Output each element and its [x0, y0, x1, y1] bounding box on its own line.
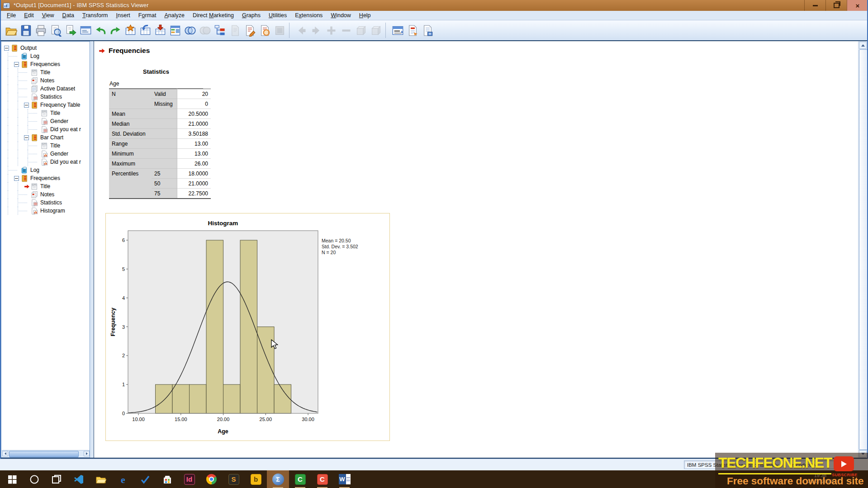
scroll-left-button[interactable]	[2, 451, 8, 456]
menu-graphs[interactable]: Graphs	[238, 11, 265, 19]
goto-variable-button[interactable]	[138, 22, 153, 39]
collapse-toggle[interactable]	[24, 135, 29, 140]
print-preview-button[interactable]	[48, 22, 63, 39]
tree-connector	[34, 109, 41, 117]
tree-item-gender[interactable]: Gender	[2, 150, 90, 158]
menu-window[interactable]: Window	[327, 11, 355, 19]
taskbar-microsoft-store-button[interactable]	[156, 470, 178, 488]
menu-utilities[interactable]: Utilities	[265, 11, 291, 19]
taskbar-chrome-button[interactable]	[200, 470, 223, 488]
tree-item-notes[interactable]: Notes	[2, 190, 90, 199]
open-data-button[interactable]	[4, 22, 19, 39]
taskbar-todo-check-button[interactable]	[134, 470, 156, 488]
tree-item-frequencies[interactable]: Frequencies	[2, 60, 90, 68]
menu-view[interactable]: View	[38, 11, 58, 19]
tree-item-title[interactable]: Title	[2, 68, 90, 76]
menu-data[interactable]: Data	[58, 11, 78, 19]
export-output-button[interactable]	[63, 22, 78, 39]
menu-extensions[interactable]: Extensions	[291, 11, 327, 19]
tree-item-output[interactable]: Output	[2, 44, 90, 52]
menu-transform[interactable]: Transform	[78, 11, 112, 19]
output-vertical-scrollbar[interactable]	[858, 41, 867, 458]
menu-edit[interactable]: Edit	[20, 11, 38, 19]
tree-item-frequencies[interactable]: Frequencies	[2, 174, 90, 182]
collapse-toggle[interactable]	[14, 176, 19, 181]
taskbar-spss-button[interactable]: Σ	[267, 470, 289, 488]
save-document-button[interactable]	[19, 22, 33, 39]
tree-item-histogram[interactable]: Histogram	[2, 207, 90, 215]
taskbar-bing-button[interactable]: b	[245, 470, 267, 488]
vertical-scroll-thumb[interactable]	[859, 49, 868, 450]
camtasia-recorder-icon: C	[317, 474, 328, 485]
variables-button[interactable]	[153, 22, 168, 39]
insert-chart-button[interactable]	[257, 22, 272, 39]
insert-new-text-button[interactable]	[420, 22, 435, 39]
close-button[interactable]: ×	[847, 0, 868, 11]
tree-item-log[interactable]: Log	[2, 52, 90, 60]
taskbar-file-explorer-button[interactable]	[90, 470, 112, 488]
menu-direct-marketing[interactable]: Direct Marketing	[189, 11, 238, 19]
tree-guide	[4, 190, 14, 199]
tree-item-statistics[interactable]: Statistics	[2, 199, 90, 207]
statistics-output[interactable]: Statistics Age NValid20Missing0Mean20.50…	[109, 68, 203, 199]
goto-case-button[interactable]	[123, 22, 138, 39]
tree-item-active-dataset[interactable]: Active Dataset	[2, 85, 90, 93]
taskbar-camtasia-button[interactable]: C	[289, 470, 311, 488]
taskbar-sublime-text-button[interactable]: S	[223, 470, 245, 488]
menu-analyze[interactable]: Analyze	[160, 11, 188, 19]
collapse-toggle[interactable]	[4, 46, 9, 51]
tree-item-notes[interactable]: Notes	[2, 76, 90, 85]
menu-file[interactable]: File	[3, 11, 20, 19]
tree-item-did-you-eat-r[interactable]: Did you eat r	[2, 158, 90, 166]
insert-heading-button[interactable]	[390, 22, 405, 39]
minimize-icon	[813, 5, 818, 6]
taskbar-indesign-button[interactable]: Id	[178, 470, 200, 488]
outline-horizontal-scrollbar[interactable]	[2, 450, 90, 457]
insert-new-title-button[interactable]	[405, 22, 420, 39]
taskbar-camtasia-recorder-button[interactable]: C	[311, 470, 333, 488]
taskbar-word-button[interactable]: W	[333, 470, 356, 488]
menu-insert[interactable]: Insert	[112, 11, 134, 19]
use-variable-sets-button[interactable]	[213, 22, 228, 39]
minimize-button[interactable]	[804, 0, 825, 11]
tree-item-did-you-eat-r[interactable]: Did you eat r	[2, 125, 90, 133]
tree-item-title[interactable]: Title	[2, 109, 90, 117]
collapse-toggle[interactable]	[14, 62, 19, 67]
tree-item-statistics[interactable]: Statistics	[2, 93, 90, 101]
tree-guide	[4, 117, 14, 125]
stat-value: 22.7500	[177, 189, 211, 199]
menu-format[interactable]: Format	[134, 11, 161, 19]
watermark-underline	[718, 473, 831, 474]
tree-item-title[interactable]: Title	[2, 182, 90, 190]
output-heading[interactable]: Frequencies	[99, 47, 150, 55]
taskbar-task-view-button[interactable]	[45, 470, 67, 488]
maximize-button[interactable]	[825, 0, 847, 11]
scroll-up-button[interactable]	[859, 42, 867, 49]
print-button[interactable]	[33, 22, 48, 39]
taskbar-vscode-button[interactable]	[67, 470, 90, 488]
pane-splitter[interactable]	[90, 41, 94, 458]
designate-window-button	[272, 22, 287, 39]
run-descriptives-button[interactable]	[168, 22, 183, 39]
stats-row: Median21.0000	[109, 119, 211, 129]
tree-item-bar-chart[interactable]: Bar Chart	[2, 133, 90, 142]
taskbar-start-button[interactable]	[1, 470, 23, 488]
tree-item-frequency-table[interactable]: Frequency Table	[2, 101, 90, 109]
scroll-right-button[interactable]	[84, 451, 90, 456]
undo-button[interactable]	[93, 22, 108, 39]
menu-help[interactable]: Help	[355, 11, 375, 19]
edit-output-button[interactable]	[242, 22, 257, 39]
histogram-output[interactable]: 012345610.0015.0020.0025.0030.00Histogra…	[105, 213, 390, 441]
select-cases-button[interactable]	[183, 22, 198, 39]
tree-item-log[interactable]: Log	[2, 166, 90, 174]
recall-dialogs-button[interactable]	[78, 22, 93, 39]
collapse-toggle[interactable]	[24, 103, 29, 108]
tree-connector	[34, 117, 41, 125]
taskbar-edge-button[interactable]: e	[112, 470, 134, 488]
redo-button[interactable]	[108, 22, 123, 39]
save-document-icon	[20, 24, 32, 37]
tree-item-title[interactable]: Title	[2, 142, 90, 150]
horizontal-scroll-thumb[interactable]	[9, 451, 79, 457]
tree-item-gender[interactable]: Gender	[2, 117, 90, 125]
taskbar-cortana-button[interactable]	[23, 470, 45, 488]
